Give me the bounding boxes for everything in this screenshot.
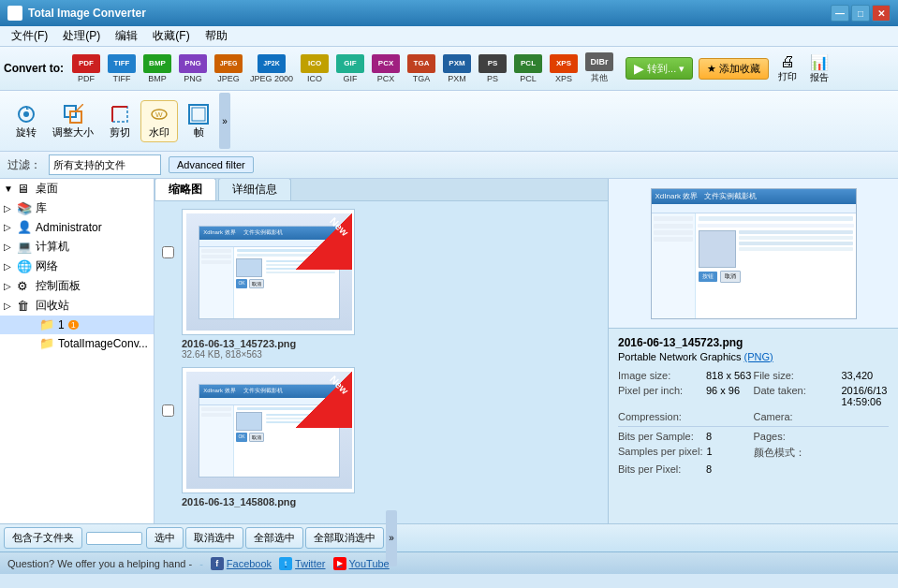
tree-item-folder-1[interactable]: 📁 1 1 [0,316,154,334]
format-btn-ico[interactable]: ICO ICO [298,52,331,85]
tree-item-desktop[interactable]: ▼ 🖥 桌面 [0,179,154,198]
other-icon: DIBr [585,52,613,71]
thumb-tabs: 缩略图 详细信息 [155,179,608,201]
format-btn-pxm[interactable]: PXM PXM [440,52,474,85]
ps-icon: PS [478,54,507,73]
thumb-checkbox-2[interactable] [162,404,174,417]
print-button[interactable]: 🖨 打印 [774,51,801,85]
new-badge-1 [296,213,352,270]
title-bar: Total Image Converter — □ ✕ [0,0,898,26]
bottom-bar: 包含子文件夹 选中 取消选中 全部选中 全部取消选中 » [0,523,898,551]
crop-button[interactable]: 剪切 [101,101,139,141]
new-badge-2 [296,372,352,428]
svg-text:W: W [155,110,163,119]
goto-icon: ▶ [634,61,644,76]
advanced-filter-button[interactable]: Advanced filter [169,156,254,173]
star-icon: ★ [707,63,716,75]
app-title: Total Image Converter [28,7,146,20]
jp2k-icon: JP2K [258,54,286,73]
jpeg-icon: JPEG [214,54,243,73]
frame-icon [187,103,210,125]
library-icon: 📚 [17,201,32,216]
expand-icon: ▷ [4,261,15,272]
filter-select[interactable]: 所有支持的文件 [49,154,161,175]
expand-icon: ▷ [4,301,15,312]
menu-bar: 文件(F) 处理(P) 编辑 收藏(F) 帮助 [0,26,898,47]
tab-details[interactable]: 详细信息 [218,179,291,200]
thumb-checkbox-1[interactable] [162,246,174,258]
watermark-button[interactable]: W 水印 [140,100,178,142]
report-button[interactable]: 📊 报告 [806,51,832,86]
maximize-button[interactable]: □ [851,5,870,22]
printer-icon: 🖨 [780,53,795,70]
deselect-all-button[interactable]: 全部取消选中 [305,527,384,549]
rotate-button[interactable]: 旋转 [7,101,45,141]
minimize-button[interactable]: — [831,5,849,22]
format-btn-jpeg[interactable]: JPEG JPEG [212,52,245,85]
ico-icon: ICO [301,54,329,73]
format-btn-other[interactable]: DIBr 其他 [582,51,616,86]
report-icon: 📊 [810,53,829,71]
add-favorites-button[interactable]: ★ 添加收藏 [699,58,769,80]
twitter-icon: t [279,557,292,570]
tree-item-computer[interactable]: ▷ 💻 计算机 [0,237,154,257]
youtube-link[interactable]: ▶ YouTube [333,557,390,570]
collapse-arrow[interactable]: » [219,93,230,149]
format-btn-pcl[interactable]: PCL PCL [511,52,545,85]
select-button[interactable]: 选中 [146,527,184,549]
thumb-card-2[interactable]: XdInark 效界 文件实例截影机 [182,367,355,493]
tree-item-recycle[interactable]: ▷ 🗑 回收站 [0,296,154,316]
resize-button[interactable]: 调整大小 [47,101,99,141]
tree-item-library[interactable]: ▷ 📚 库 [0,198,154,218]
tree-item-totalimageconv[interactable]: 📁 TotalImageConv... [0,334,154,353]
user-icon: 👤 [17,220,32,235]
menu-edit[interactable]: 编辑 [108,26,145,46]
tree-item-administrator[interactable]: ▷ 👤 Administrator [0,218,154,237]
format-btn-tga[interactable]: TGA TGA [405,52,438,85]
format-btn-xps[interactable]: XPS XPS [547,52,581,85]
tab-thumbnails[interactable]: 缩略图 [155,179,216,200]
menu-favorites[interactable]: 收藏(F) [145,26,197,46]
format-btn-pcx[interactable]: PCX PCX [369,52,403,85]
thumb-card-1[interactable]: XdInark 效界 文件实例截影机 [182,209,355,335]
app-icon [7,6,22,21]
color-mode-row: 颜色模式： [754,446,890,460]
file-type: Portable Network Graphics (PNG) [618,351,889,362]
bmp-icon: BMP [143,54,171,73]
frame-button[interactable]: 帧 [180,101,217,141]
menu-file[interactable]: 文件(F) [4,26,55,46]
tree-item-network[interactable]: ▷ 🌐 网络 [0,257,154,276]
select-all-button[interactable]: 全部选中 [245,527,303,549]
menu-help[interactable]: 帮助 [198,26,235,46]
crop-icon [109,103,131,125]
format-btn-pdf[interactable]: PDF PDF [69,52,103,85]
image-size-row: Image size: 818 x 563 [618,370,754,381]
goto-button[interactable]: ▶ 转到... ▾ [626,57,693,80]
scroll-slider[interactable] [86,532,142,545]
folder-icon: 📁 [39,336,54,351]
format-btn-png[interactable]: PNG PNG [176,52,210,85]
twitter-link[interactable]: t Twitter [279,557,325,570]
format-btn-tiff[interactable]: TIFF TIFF [105,52,139,85]
format-btn-jp2k[interactable]: JP2K JPEG 2000 [247,52,296,85]
pcx-icon: PCX [372,54,400,73]
include-subfolders-button[interactable]: 包含子文件夹 [4,527,82,549]
tree-item-control-panel[interactable]: ▷ ⚙ 控制面板 [0,276,154,296]
resize-icon [62,103,84,125]
info-divider [618,426,889,427]
deselect-button[interactable]: 取消选中 [185,527,243,549]
rotate-icon [15,103,37,125]
format-btn-gif[interactable]: GIF GIF [333,52,367,85]
facebook-link[interactable]: f Facebook [211,557,272,570]
status-bar: Question? We offer you a helping hand - … [0,551,898,574]
format-btn-ps[interactable]: PS PS [476,52,509,85]
format-btn-bmp[interactable]: BMP BMP [140,52,174,85]
menu-process[interactable]: 处理(P) [55,26,108,46]
bits-per-pixel-row: Bits per Pixel: 8 [618,463,754,475]
thumb-name-1: 2016-06-13_145723.png [182,338,355,349]
preview-area: XdInark 效界 文件实例截影机 [609,179,898,329]
expand-icon: ▷ [4,203,15,214]
convert-label: Convert to: [4,62,64,75]
close-button[interactable]: ✕ [872,5,891,22]
thumbnail-scroll-area[interactable]: XdInark 效界 文件实例截影机 [155,201,608,523]
